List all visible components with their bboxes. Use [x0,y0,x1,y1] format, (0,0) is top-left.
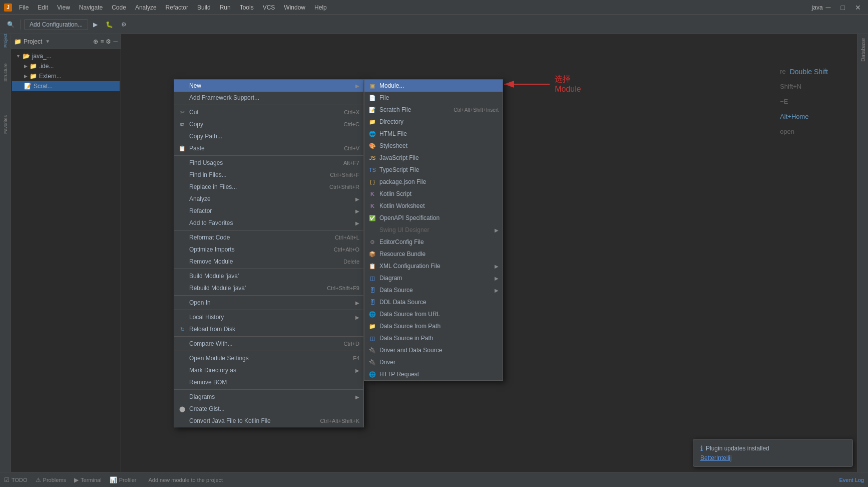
project-collapse-icon[interactable]: ≡ [100,38,104,45]
menu-run[interactable]: Run [216,3,235,12]
menu-item-analyze[interactable]: Analyze ▶ [174,193,363,205]
menu-item-convert-kotlin[interactable]: Convert Java File to Kotlin File Ctrl+Al… [174,415,363,427]
menu-build[interactable]: Build [193,3,215,12]
submenu-item-datasource-url[interactable]: 🌐 Data Source from URL [364,308,503,320]
submenu-item-directory[interactable]: 📁 Directory [364,116,503,128]
menu-navigate[interactable]: Navigate [75,3,107,12]
menu-item-paste[interactable]: 📋 Paste Ctrl+V [174,142,363,154]
menu-vcs[interactable]: VCS [259,3,279,12]
menu-item-build-module[interactable]: Build Module 'java' [174,270,363,282]
menu-item-diagrams[interactable]: Diagrams ▶ [174,391,363,403]
menu-item-new[interactable]: New ▶ [174,80,363,92]
menu-item-copy[interactable]: ⧉ Copy Ctrl+C [174,118,363,130]
submenu-item-datasource-in-path[interactable]: ◫ Data Source in Path [364,332,503,344]
submenu-item-kotlin-script[interactable]: K Kotlin Script [364,188,503,200]
submenu-item-data-source[interactable]: 🗄 Data Source ▶ [364,284,503,296]
submenu-item-javascript[interactable]: JS JavaScript File [364,152,503,164]
project-locate-icon[interactable]: ⊕ [93,38,98,45]
menu-item-add-favorites[interactable]: Add to Favorites ▶ [174,217,363,229]
tree-item-java[interactable]: ▼ 📂 java_... [12,51,120,61]
toolbar-more[interactable]: ⚙ [118,18,130,32]
menu-item-remove-bom[interactable]: Remove BOM [174,376,363,388]
submenu-item-stylesheet[interactable]: 🎨 Stylesheet [364,140,503,152]
menu-item-replace-in-files[interactable]: Replace in Files... Ctrl+Shift+R [174,181,363,193]
terminal-label: Terminal [81,477,102,483]
submenu-item-datasource-path[interactable]: 📁 Data Source from Path [364,320,503,332]
sidebar-structure-icon[interactable]: Structure [1,68,10,77]
submenu-item-driver[interactable]: 🔌 Driver [364,356,503,368]
mark-dir-icon [178,366,186,374]
maximize-button[interactable]: □ [838,4,848,12]
submenu-item-packagejson[interactable]: { } package.json File [364,176,503,188]
menu-refactor[interactable]: Refactor [162,3,192,12]
sidebar-project-icon[interactable]: Project [1,36,10,45]
project-close-icon[interactable]: ─ [113,38,118,45]
menu-view[interactable]: View [53,3,74,12]
minimize-button[interactable]: ─ [823,4,834,12]
submenu-item-editorconfig[interactable]: ⚙ EditorConfig File [364,236,503,248]
menu-item-optimize-imports[interactable]: Optimize Imports Ctrl+Alt+O [174,243,363,256]
menu-item-compare-with[interactable]: Compare With... Ctrl+D [174,338,363,350]
open-in-icon [178,299,186,307]
menu-item-create-gist[interactable]: ⬤ Create Gist... [174,403,363,415]
status-problems[interactable]: ⚠ Problems [36,476,66,483]
submenu-item-ddl[interactable]: 🗄 DDL Data Source [364,296,503,308]
status-todo[interactable]: ☑ TODO [4,476,28,483]
status-terminal[interactable]: ▶ Terminal [74,476,102,483]
menu-item-cut[interactable]: ✂ Cut Ctrl+X [174,106,363,118]
submenu-item-scratch[interactable]: 📝 Scratch File Ctrl+Alt+Shift+Insert [364,104,503,116]
menu-item-local-history[interactable]: Local History ▶ [174,311,363,323]
menu-code[interactable]: Code [108,3,130,12]
menu-item-open-in[interactable]: Open In ▶ [174,297,363,309]
event-log[interactable]: Event Log [839,477,864,483]
menu-item-reformat[interactable]: Reformat Code Ctrl+Alt+L [174,231,363,243]
menu-help[interactable]: Help [310,3,331,12]
shortcut-line-5: open [780,124,828,139]
menu-item-add-framework[interactable]: Add Framework Support... [174,92,363,104]
tree-item-extern[interactable]: ▶ 📁 Extern... [12,71,120,81]
submenu-item-module[interactable]: ▣ Module... [364,80,503,92]
menu-item-find-in-files[interactable]: Find in Files... Ctrl+Shift+F [174,169,363,181]
project-settings-icon[interactable]: ⚙ [106,38,111,45]
submenu-item-kotlin-worksheet[interactable]: K Kotlin Worksheet [364,200,503,212]
close-button[interactable]: ✕ [852,4,864,12]
typescript-icon: TS [368,166,376,174]
sep-5 [174,295,363,296]
submenu-item-openapi[interactable]: ✅ OpenAPI Specification [364,212,503,224]
menu-item-refactor[interactable]: Refactor ▶ [174,205,363,217]
toolbar-search[interactable]: 🔍 [4,18,18,32]
run-button[interactable]: ▶ [90,18,101,32]
menu-item-reload[interactable]: ↻ Reload from Disk [174,323,363,335]
submenu-item-diagram[interactable]: ◫ Diagram ▶ [364,272,503,284]
submenu-item-typescript[interactable]: TS TypeScript File [364,164,503,176]
tree-arrow: ▶ [24,64,28,69]
status-profiler[interactable]: 📊 Profiler [110,476,137,483]
menu-item-rebuild-module[interactable]: Rebuild Module 'java' Ctrl+Shift+F9 [174,282,363,294]
menu-item-copy-path[interactable]: Copy Path... [174,130,363,142]
tree-item-ide[interactable]: ▶ 📁 .ide... [12,61,120,71]
submenu-item-http[interactable]: 🌐 HTTP Request [364,368,503,380]
refactor-arrow-icon: ▶ [355,208,359,214]
menu-tools[interactable]: Tools [236,3,258,12]
sidebar-favorites-icon[interactable]: Favorites [1,120,10,129]
submenu-item-file[interactable]: 📄 File [364,92,503,104]
database-panel-label[interactable]: Database [860,38,866,62]
add-configuration-button[interactable]: Add Configuration... [24,19,88,30]
menu-item-find-usages[interactable]: Find Usages Alt+F7 [174,157,363,169]
menu-analyze[interactable]: Analyze [131,3,161,12]
submenu-item-resource-bundle[interactable]: 📦 Resource Bundle [364,248,503,260]
notification-link[interactable]: BetterIntellij [700,454,732,461]
debug-button[interactable]: 🐛 [103,18,116,32]
menu-item-module-settings[interactable]: Open Module Settings F4 [174,352,363,364]
submenu-item-xml-config[interactable]: 📋 XML Configuration File ▶ [364,260,503,272]
menu-edit[interactable]: Edit [34,3,52,12]
submenu-item-driver-datasource[interactable]: 🔌 Driver and Data Source [364,344,503,356]
menu-item-remove-module[interactable]: Remove Module Delete [174,256,363,268]
submenu-item-html[interactable]: 🌐 HTML File [364,128,503,140]
menu-window[interactable]: Window [280,3,309,12]
menu-file[interactable]: File [15,3,33,12]
tree-item-scratch[interactable]: 📝 Scrat... [12,81,120,91]
menu-item-mark-directory[interactable]: Mark Directory as ▶ [174,364,363,376]
shortcut-althome: Alt+Home [780,109,808,125]
project-dropdown-icon[interactable]: ▼ [45,39,50,44]
